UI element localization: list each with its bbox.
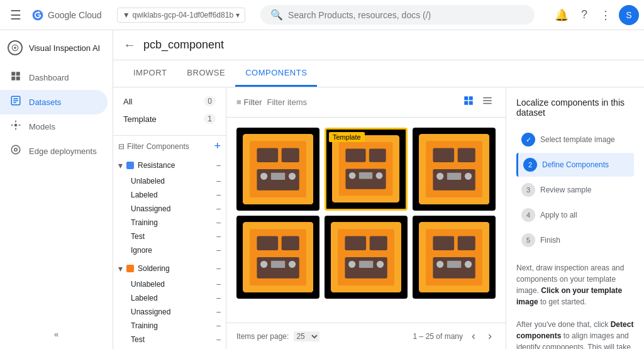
list-item: Unlabeled – [126,277,226,291]
search-input[interactable] [288,10,525,20]
resistance-group-dash: – [216,161,221,170]
grid-view-button[interactable] [460,92,477,112]
pagination-next-button[interactable]: › [484,328,496,344]
step-number-5: 5 [521,233,535,247]
list-item: Ignore – [126,243,226,257]
filter-header[interactable]: ⊟ Filter Components + [113,135,226,157]
image-cell-6[interactable] [413,216,496,299]
avatar[interactable]: S [619,5,639,25]
svg-rect-30 [346,149,366,162]
account-selector[interactable]: ▼ qwiklabs-gcp-04-1df0eff6d81b ▾ [117,8,245,23]
right-panel: Localize components in this dataset ✓ Se… [506,87,644,349]
sidebar-item-dashboard[interactable]: Dashboard [0,65,108,90]
svg-rect-18 [483,100,492,101]
svg-rect-3 [16,72,20,75]
datasets-icon [10,95,21,109]
list-item: Training – [126,319,226,333]
svg-rect-8 [13,100,18,101]
step-number-4: 4 [521,208,535,222]
svg-point-41 [436,173,443,180]
soldering-group-dash: – [216,264,221,273]
menu-icon[interactable]: ☰ [5,3,26,28]
component-group-header-resistance[interactable]: ▾ Resistance – [113,157,226,174]
center-panel: ≡ Filter [226,87,506,349]
svg-rect-13 [464,96,468,100]
filter-button[interactable]: ≡ Filter [236,97,262,107]
filter-toolbar-icon: ≡ [236,97,242,107]
step-label-2: Define Components [542,160,609,169]
filter-section: All 0 Template 1 [113,87,226,133]
account-caret-icon: ▾ [236,11,240,19]
list-item: Labeled – [126,291,226,305]
expand-resistance-icon: ▾ [118,160,123,170]
sidebar-item-models[interactable]: Models [0,114,108,139]
tab-components[interactable]: COMPONENTS [235,60,317,87]
add-filter-button[interactable]: + [214,140,221,153]
notifications-icon[interactable]: 🔔 [550,3,574,27]
sidebar-item-edge[interactable]: Edge deployments [0,139,108,163]
topbar-actions: 🔔 ? ⋮ S [550,3,639,27]
svg-point-1 [14,47,16,49]
svg-rect-55 [370,236,387,250]
svg-rect-7 [13,98,18,99]
sidebar-item-datasets[interactable]: Datasets [0,90,108,114]
image-cell-3[interactable] [413,128,496,211]
soldering-color-dot [126,265,134,272]
filter-toolbar-label: Filter [244,97,262,107]
search-bar[interactable]: 🔍 [260,5,535,25]
list-view-button[interactable] [479,92,496,112]
pagination-prev-button[interactable]: ‹ [468,328,479,344]
sidebar-item-label: Edge deployments [29,147,97,156]
svg-point-25 [260,173,267,180]
pcb-image-2 [332,135,399,202]
svg-point-50 [289,261,296,268]
tab-import[interactable]: IMPORT [123,60,177,87]
sidebar-item-label: Datasets [29,97,61,107]
step-item-1: ✓ Select template image [516,128,634,152]
step-item-5: 5 Finish [516,228,634,252]
svg-rect-63 [458,236,475,250]
right-panel-description: Next, draw inspection areas and componen… [516,262,634,349]
svg-rect-62 [433,236,454,250]
soldering-sub-items: Unlabeled – Labeled – Unassigned – Tra [113,277,226,349]
filter-all-row[interactable]: All 0 [118,92,221,110]
app-icon [8,40,23,55]
help-icon[interactable]: ? [576,3,592,26]
step-item-2: 2 Define Components [516,153,634,177]
list-item: Training – [126,216,226,230]
expand-soldering-icon: ▾ [118,263,123,274]
image-cell-1[interactable] [236,128,319,211]
svg-point-58 [377,261,384,268]
filter-items-input[interactable] [267,97,372,107]
sidebar-item-label: Models [29,122,55,131]
left-panel: All 0 Template 1 ⊟ Filter Components + [113,87,226,349]
svg-rect-46 [257,236,278,250]
svg-point-57 [348,261,355,268]
list-item: Labeled – [126,188,226,202]
collapse-sidebar-button[interactable]: « [0,324,113,344]
filter-template-count: 1 [204,114,216,124]
svg-point-33 [349,172,356,179]
collapse-icon: « [54,330,58,339]
component-group-header-soldering[interactable]: ▾ Soldering – [113,260,226,277]
svg-rect-43 [447,173,461,180]
filter-components-label: Filter [127,142,144,151]
account-dropdown-icon: ▼ [123,11,130,19]
filter-template-row[interactable]: Template 1 [118,110,221,128]
svg-point-26 [289,173,296,180]
svg-rect-35 [359,172,372,179]
image-cell-2-template[interactable]: Template [325,128,408,211]
content-body: All 0 Template 1 ⊟ Filter Components + [113,87,644,349]
step-label-5: Finish [540,236,560,245]
back-button[interactable]: ← [123,38,136,52]
step-label-3: Review sample [540,186,591,194]
more-options-icon[interactable]: ⋮ [595,3,616,27]
sidebar-app-header: Visual Inspection AI [0,35,113,65]
image-cell-5[interactable] [325,216,408,299]
items-per-page-select[interactable]: 25 50 100 [294,331,319,341]
account-label: qwiklabs-gcp-04-1df0eff6d81b [133,11,234,19]
tab-browse[interactable]: BROWSE [177,60,235,87]
image-cell-4[interactable] [236,216,319,299]
svg-rect-19 [483,103,492,104]
list-item: Ignore – [126,346,226,349]
